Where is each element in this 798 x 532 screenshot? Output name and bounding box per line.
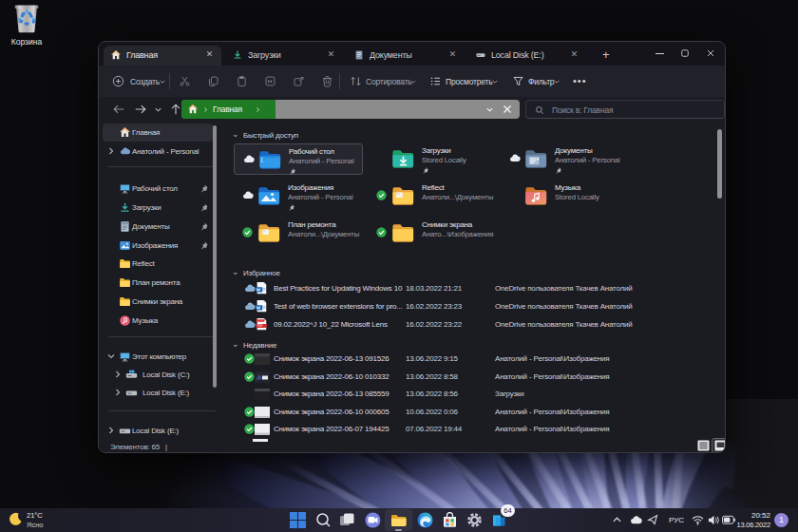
svg-text:PDF: PDF xyxy=(257,324,263,328)
